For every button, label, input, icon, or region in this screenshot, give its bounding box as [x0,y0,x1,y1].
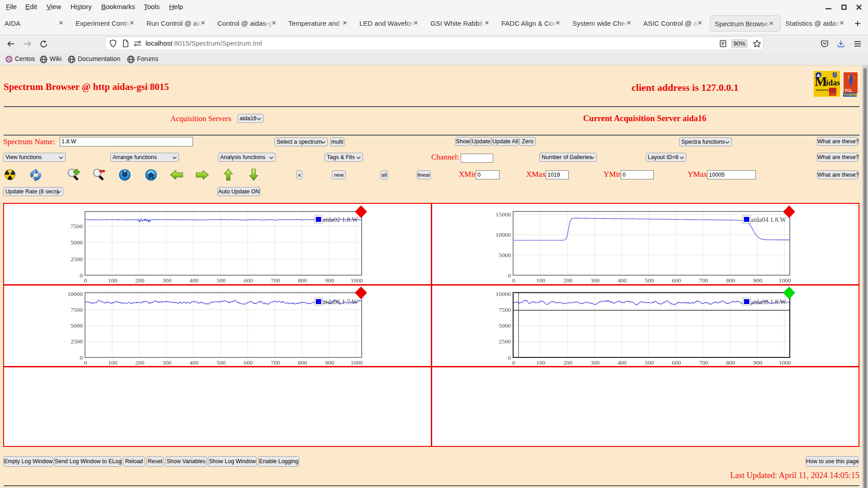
svg-text:700: 700 [699,359,708,365]
svg-text:7500: 7500 [71,223,83,230]
svg-text:900: 900 [753,359,763,365]
svg-text:powered by: powered by [816,89,830,91]
svg-text:10000: 10000 [495,231,511,238]
svg-text:100: 100 [108,359,118,365]
svg-text:2500: 2500 [71,338,83,345]
svg-text:2500: 2500 [71,256,83,263]
svg-text:600: 600 [244,359,253,365]
svg-text:0: 0 [80,272,83,279]
svg-text:aida04 1.8.W: aida04 1.8.W [751,216,786,223]
svg-text:100: 100 [536,359,546,365]
svg-text:500: 500 [217,277,226,284]
svg-text:idas: idas [826,78,840,87]
svg-text:700: 700 [271,277,280,284]
svg-text:M: M [815,74,827,89]
svg-text:0: 0 [512,277,515,284]
svg-text:aida06 1.7.W: aida06 1.7.W [323,298,358,305]
svg-text:300: 300 [162,359,172,365]
svg-text:400: 400 [618,359,627,365]
svg-text:900: 900 [325,277,335,284]
svg-text:0: 0 [80,354,83,361]
svg-text:600: 600 [672,359,681,365]
svg-text:15000: 15000 [495,211,511,218]
svg-text:400: 400 [189,277,199,284]
svg-text:100: 100 [536,277,546,284]
svg-text:5000: 5000 [71,322,83,329]
svg-text:1000: 1000 [779,359,791,365]
svg-text:0: 0 [508,272,511,279]
svg-text:200: 200 [563,359,573,365]
svg-text:TCL: TCL [844,88,853,93]
svg-text:200: 200 [563,277,573,284]
svg-text:5000: 5000 [499,322,511,329]
svg-text:500: 500 [217,359,226,365]
svg-text:0: 0 [84,277,87,284]
svg-text:1000: 1000 [351,359,363,365]
svg-text:700: 700 [271,359,280,365]
svg-text:800: 800 [298,359,307,365]
svg-text:0: 0 [512,359,515,365]
svg-text:7500: 7500 [71,306,83,313]
svg-text:800: 800 [726,277,736,284]
svg-text:300: 300 [162,277,172,284]
svg-text:800: 800 [726,359,736,365]
svg-text:100: 100 [108,277,118,284]
svg-text:5000: 5000 [499,252,511,258]
svg-text:400: 400 [189,359,199,365]
svg-text:600: 600 [244,277,253,284]
svg-text:200: 200 [135,359,145,365]
svg-text:10000: 10000 [67,291,83,297]
svg-text:800: 800 [298,277,307,284]
svg-text:300: 300 [590,277,600,284]
svg-text:aida02 1.8.W: aida02 1.8.W [323,216,358,223]
svg-text:0: 0 [84,359,87,365]
svg-text:1000: 1000 [779,277,791,284]
svg-text:TCL/TK: TCL/TK [830,94,837,96]
svg-text:POWERED: POWERED [844,93,858,96]
svg-text:900: 900 [753,277,763,284]
svg-text:10000: 10000 [495,291,511,297]
svg-text:600: 600 [672,277,681,284]
svg-text:300: 300 [590,359,600,365]
svg-text:2500: 2500 [499,338,511,345]
svg-text:500: 500 [645,359,654,365]
svg-text:900: 900 [325,359,335,365]
svg-text:700: 700 [699,277,708,284]
svg-text:0: 0 [508,354,511,361]
svg-text:500: 500 [645,277,654,284]
svg-text:5000: 5000 [71,239,83,246]
svg-text:200: 200 [135,277,145,284]
svg-text:400: 400 [618,277,627,284]
svg-text:7500: 7500 [499,306,511,313]
svg-text:1000: 1000 [351,277,363,284]
svg-text:aida08 1.8.W: aida08 1.8.W [751,298,786,305]
